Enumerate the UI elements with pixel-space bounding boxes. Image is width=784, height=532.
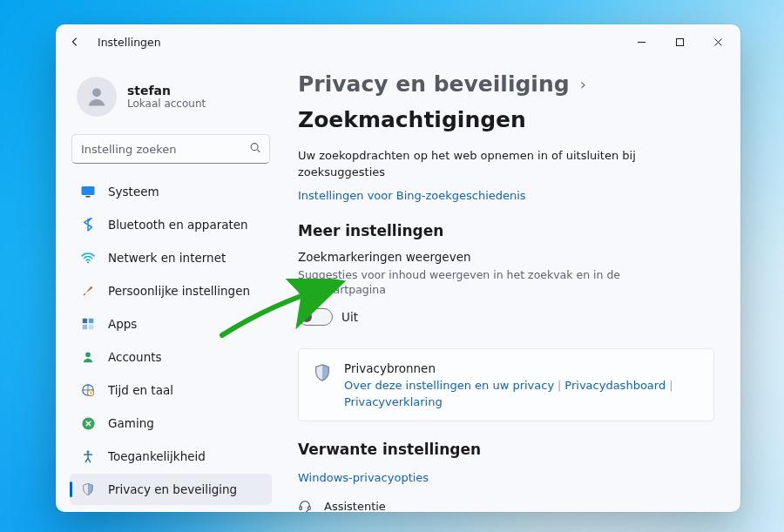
svg-rect-16 bbox=[308, 507, 311, 510]
shield-icon bbox=[80, 481, 96, 497]
related-link[interactable]: Windows-privacyopties bbox=[298, 471, 429, 484]
sidebar-item-accounts[interactable]: Accounts bbox=[70, 341, 272, 373]
user-name: stefan bbox=[127, 84, 206, 98]
card-link-0[interactable]: Over deze instellingen en uw privacy bbox=[344, 379, 554, 392]
sidebar-item-label: Privacy en beveiliging bbox=[108, 482, 237, 496]
svg-rect-7 bbox=[89, 319, 93, 323]
search-icon bbox=[249, 141, 261, 158]
sidebar-item-privacy[interactable]: Privacy en beveiliging bbox=[70, 474, 272, 505]
sidebar-item-apps[interactable]: Apps bbox=[70, 308, 272, 340]
svg-rect-6 bbox=[83, 319, 87, 323]
bluetooth-icon bbox=[80, 217, 96, 232]
sidebar-item-label: Accounts bbox=[108, 350, 162, 364]
maximize-button[interactable] bbox=[660, 28, 699, 56]
user-subtitle: Lokaal account bbox=[127, 98, 206, 110]
breadcrumb-parent[interactable]: Privacy en beveiliging bbox=[298, 71, 570, 97]
help-label: Assistentie bbox=[324, 500, 386, 512]
sidebar-item-accessibility[interactable]: Toegankelijkheid bbox=[70, 441, 272, 472]
shield-icon bbox=[313, 363, 332, 382]
card-link-2[interactable]: Privacyverklaring bbox=[344, 395, 443, 408]
settings-window: Instellingen stefan Lokaal accoun bbox=[56, 24, 740, 512]
privacy-resources-card: Privacybronnen Over deze instellingen en… bbox=[298, 348, 714, 421]
accessibility-icon bbox=[80, 448, 96, 464]
chevron-right-icon: › bbox=[580, 75, 586, 93]
back-button[interactable] bbox=[68, 35, 82, 49]
page-title: Zoekmachtigingen bbox=[298, 107, 526, 132]
minimize-button[interactable] bbox=[622, 28, 660, 56]
sidebar-item-label: Toegankelijkheid bbox=[108, 449, 206, 463]
svg-point-10 bbox=[85, 352, 91, 357]
sidebar-item-label: Netwerk en internet bbox=[108, 251, 226, 265]
help-headset-icon bbox=[298, 499, 314, 512]
option-subtitle: Suggesties voor inhoud weergeven in het … bbox=[298, 267, 646, 298]
globe-clock-icon bbox=[80, 382, 96, 398]
svg-rect-0 bbox=[676, 38, 683, 45]
svg-rect-4 bbox=[86, 196, 91, 198]
sidebar-item-personalization[interactable]: Persoonlijke instellingen bbox=[70, 275, 272, 306]
search-field[interactable] bbox=[71, 134, 270, 164]
system-icon bbox=[80, 184, 96, 199]
svg-point-1 bbox=[92, 88, 101, 97]
sidebar-item-update[interactable]: Windows Update bbox=[70, 507, 272, 512]
bing-history-link[interactable]: Instellingen voor Bing-zoekgeschiedenis bbox=[298, 189, 526, 202]
wifi-icon bbox=[80, 250, 96, 266]
sidebar-item-time[interactable]: Tijd en taal bbox=[70, 374, 272, 406]
svg-point-5 bbox=[87, 261, 89, 263]
sidebar-item-label: Apps bbox=[108, 317, 137, 331]
person-icon bbox=[80, 349, 96, 365]
search-input[interactable] bbox=[71, 134, 270, 164]
breadcrumb: Privacy en beveiliging › Zoekmachtiginge… bbox=[298, 71, 714, 132]
sidebar-item-label: Tijd en taal bbox=[108, 383, 173, 397]
help-item[interactable]: Assistentie bbox=[298, 499, 714, 512]
apps-icon bbox=[80, 316, 96, 332]
sidebar: stefan Lokaal account Systeem Bluetooth … bbox=[56, 59, 280, 512]
gaming-icon bbox=[80, 415, 96, 431]
sidebar-item-label: Gaming bbox=[108, 416, 154, 430]
titlebar: Instellingen bbox=[56, 24, 740, 59]
svg-rect-9 bbox=[89, 325, 93, 329]
section-heading-more: Meer instellingen bbox=[298, 222, 714, 239]
section-description: Uw zoekopdrachten op het web opnemen in … bbox=[298, 148, 672, 181]
sidebar-item-network[interactable]: Netwerk en internet bbox=[70, 242, 272, 273]
svg-rect-15 bbox=[300, 507, 302, 510]
main-pane: Privacy en beveiliging › Zoekmachtiginge… bbox=[280, 59, 740, 512]
user-block[interactable]: stefan Lokaal account bbox=[70, 64, 272, 132]
sidebar-item-label: Bluetooth en apparaten bbox=[108, 218, 248, 232]
card-title: Privacybronnen bbox=[344, 361, 700, 375]
sidebar-item-gaming[interactable]: Gaming bbox=[70, 407, 272, 439]
svg-rect-8 bbox=[83, 325, 87, 329]
sidebar-item-bluetooth[interactable]: Bluetooth en apparaten bbox=[70, 209, 272, 240]
svg-rect-3 bbox=[82, 186, 95, 195]
close-button[interactable] bbox=[699, 28, 737, 56]
nav-list: Systeem Bluetooth en apparaten Netwerk e… bbox=[70, 176, 272, 512]
card-link-1[interactable]: Privacydashboard bbox=[564, 379, 666, 392]
sidebar-item-label: Systeem bbox=[108, 185, 159, 199]
window-title: Instellingen bbox=[98, 36, 161, 49]
option-title: Zoekmarkeringen weergeven bbox=[298, 250, 714, 264]
search-highlights-toggle[interactable] bbox=[298, 308, 333, 326]
toggle-state-label: Uit bbox=[341, 310, 358, 324]
svg-point-14 bbox=[86, 451, 89, 454]
avatar bbox=[77, 77, 117, 117]
sidebar-item-system[interactable]: Systeem bbox=[70, 176, 272, 207]
section-heading-related: Verwante instellingen bbox=[298, 441, 714, 458]
sidebar-item-label: Persoonlijke instellingen bbox=[108, 284, 250, 298]
svg-point-2 bbox=[251, 144, 258, 151]
brush-icon bbox=[80, 283, 96, 299]
